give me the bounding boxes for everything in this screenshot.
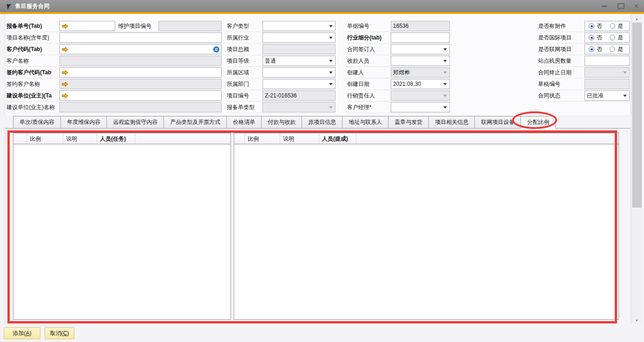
industry-select[interactable] (263, 32, 335, 43)
is-networked-radio-option-1[interactable]: 是 (610, 45, 623, 53)
region-select[interactable] (263, 67, 335, 77)
close-icon[interactable]: ✕ (629, 0, 643, 12)
chevron-down-icon[interactable] (441, 57, 449, 65)
tab-item-9[interactable]: 盖章与发货 (388, 116, 429, 129)
signing-customer-name-input (59, 79, 222, 89)
site-room-count-input[interactable] (585, 56, 630, 66)
tab-item-5[interactable]: 价格清单 (226, 116, 262, 129)
construction-unit-input[interactable] (59, 90, 222, 101)
doc-no-label: 单据编号 (347, 22, 391, 30)
industry-subdivision-input[interactable] (391, 32, 450, 43)
scroll-down-icon[interactable]: ▼ (632, 317, 642, 323)
has-attachment-radio-group: 否是 (585, 21, 630, 31)
table-body[interactable] (234, 144, 618, 319)
form-field-row: 客户类型 (227, 20, 335, 32)
tab-item-1[interactable]: 单次/质保内容 (13, 116, 61, 129)
form-field-row: 收款人员 (347, 55, 450, 67)
form-field-row: 单据编号16536 (347, 20, 450, 32)
form-field-row: 客户代码(Tab) (7, 44, 222, 55)
radio-icon (589, 35, 594, 40)
customer-type-label: 客户类型 (227, 22, 263, 30)
tab-item-7[interactable]: 原项目信息 (302, 116, 342, 129)
table-header-row: 比例说明人员(任务) (13, 133, 230, 144)
is-international-radio-option-0[interactable]: 否 (589, 34, 602, 42)
project-no-label: 项目编号 (227, 92, 263, 100)
column-header: 比例 (27, 133, 63, 144)
scrollbar-thumb[interactable] (632, 23, 642, 207)
chevron-down-icon[interactable] (327, 33, 335, 42)
chevron-down-icon[interactable] (327, 68, 335, 77)
maintenance-project-no-input (158, 21, 222, 31)
project-name-input[interactable] (59, 32, 222, 43)
form-field-row: 创建日期2021.08.30 (347, 78, 450, 90)
account-manager-select[interactable] (391, 102, 450, 112)
tab-item-2[interactable]: 年度维保内容 (60, 116, 107, 129)
signing-customer-code-input[interactable] (59, 67, 222, 77)
arrow-icon (62, 70, 68, 75)
industry-subdivision-label: 行业细分(tab) (347, 34, 391, 42)
contract-status-label: 合同状态 (538, 92, 585, 100)
chevron-down-icon[interactable] (327, 22, 335, 30)
form-field-row: 建设单位(业主)名称 (7, 102, 222, 113)
tab-item-4[interactable]: 产品类型及开票方式 (164, 116, 227, 129)
report-no-input[interactable] (59, 21, 115, 31)
has-attachment-radio-option-0[interactable]: 否 (589, 22, 602, 30)
radio-label: 是 (618, 45, 623, 53)
scroll-up-icon[interactable]: ▲ (632, 15, 642, 22)
project-total-label: 项目总额 (227, 45, 263, 53)
chevron-down-icon[interactable] (621, 91, 629, 100)
tab-item-6[interactable]: 付款与收款 (261, 116, 302, 129)
draft-no-input (585, 79, 630, 89)
radio-label: 否 (597, 34, 602, 42)
form-area: 报备单号(Tab)维护项目编号项目名称(含年度)客户代码(Tab)客户名称签约客… (0, 14, 644, 115)
is-international-radio-option-1[interactable]: 是 (610, 34, 623, 42)
tab-item-8[interactable]: 地址与联系人 (342, 116, 388, 129)
payment-collector-select[interactable] (391, 56, 450, 66)
department-select[interactable] (263, 79, 335, 89)
is-networked-label: 是否联网项目 (538, 45, 585, 53)
creator-select: 郑熠桦 (391, 67, 450, 77)
has-attachment-radio-option-1[interactable]: 是 (610, 22, 623, 30)
list-icon[interactable] (213, 46, 219, 52)
project-grade-label: 项目等级 (227, 57, 263, 65)
form-field-row: 项目总额 (227, 44, 335, 55)
cancel-button-label: 取消( (50, 329, 63, 337)
doc-no-value: 16536 (393, 23, 408, 29)
form-field-row: 签约客户代码(Tab (7, 67, 222, 78)
contract-signer-select[interactable] (391, 44, 450, 54)
chevron-down-icon[interactable] (441, 80, 449, 88)
chevron-down-icon (327, 103, 335, 111)
vertical-scrollbar[interactable]: ▲ ▼ (631, 15, 642, 323)
region-label: 所属区域 (227, 69, 263, 77)
chevron-down-icon[interactable] (441, 103, 449, 111)
add-button[interactable]: 添加(A) (4, 327, 40, 339)
table-header-row: 比例说明人员(提成) (234, 133, 618, 144)
form-field-row: 站点机房数量 (538, 55, 630, 67)
project-grade-select[interactable]: 普通 (263, 56, 335, 66)
table-body[interactable] (13, 144, 230, 319)
form-column-2: 客户类型所属行业项目总额项目等级普通所属区域所属部门项目编号Z-21-01653… (227, 20, 335, 113)
tab-item-12[interactable]: 分配比例 (520, 116, 556, 129)
customer-type-select[interactable] (263, 21, 335, 31)
form-field-row: 签约客户名称 (7, 78, 222, 90)
chevron-down-icon[interactable] (327, 80, 335, 88)
tab-item-11[interactable]: 联网项目设备 (474, 116, 521, 129)
chevron-down-icon[interactable] (327, 57, 335, 65)
column-header-filler (135, 133, 230, 144)
task-allocation-table: 比例说明人员(任务) (13, 133, 231, 320)
project-total-input (263, 44, 335, 54)
column-header: 人员(任务) (97, 133, 135, 144)
customer-code-input[interactable] (59, 44, 222, 54)
create-date-select[interactable]: 2021.08.30 (391, 79, 450, 89)
minimize-icon[interactable] (597, 0, 611, 12)
tab-item-3[interactable]: 远程监测值守内容 (106, 116, 164, 129)
construction-unit-label: 建设单位(业主)(Ta (7, 92, 59, 100)
maximize-icon[interactable] (614, 0, 628, 12)
chevron-down-icon[interactable] (441, 45, 449, 53)
cancel-button[interactable]: 取消(C) (45, 327, 74, 339)
tab-item-10[interactable]: 项目相关信息 (428, 116, 475, 129)
form-field-row: 草稿编号 (538, 78, 630, 90)
contract-status-select[interactable]: 已批准 (585, 90, 630, 101)
payment-collector-label: 收款人员 (347, 57, 391, 65)
is-networked-radio-option-0[interactable]: 否 (589, 45, 602, 53)
